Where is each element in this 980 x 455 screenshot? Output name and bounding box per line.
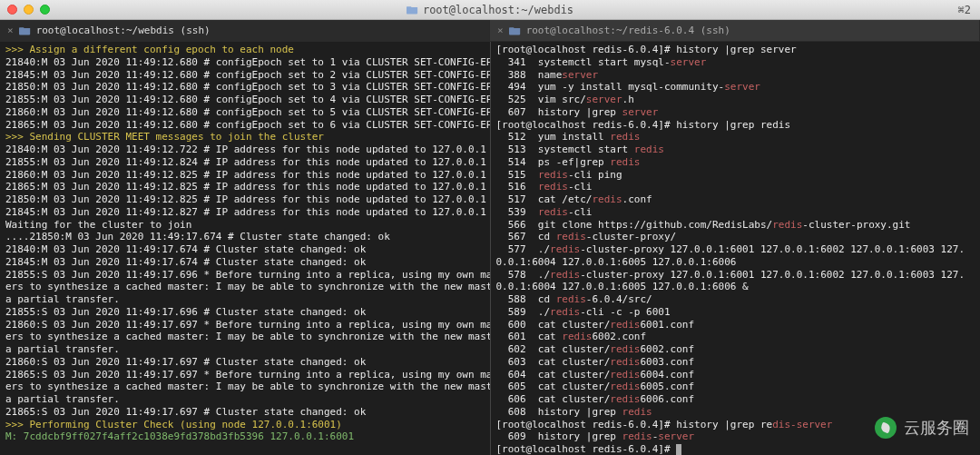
terminal-line: [root@localhost redis-6.0.4]# history |g… bbox=[496, 44, 975, 56]
minimize-window-button[interactable] bbox=[24, 5, 34, 15]
terminal-line: 589 ./redis-cli -c -p 6001 bbox=[496, 306, 975, 319]
terminal-line: 21840:M 03 Jun 2020 11:49:12.722 # IP ad… bbox=[5, 143, 485, 156]
terminal-line: 600 cat cluster/redis6001.conf bbox=[496, 319, 975, 331]
terminal-line: M: 7cddcbf9ff027f4aff2c1038e9fd378bd3fb5… bbox=[5, 430, 485, 443]
tab-webdis[interactable]: × root@localhost:~/webdis (ssh) bbox=[0, 20, 490, 41]
terminal-line: 21855:S 03 Jun 2020 11:49:17.696 # Clust… bbox=[5, 306, 485, 319]
terminal-line: 494 yum -y install mysql-community-serve… bbox=[496, 81, 975, 94]
traffic-lights bbox=[7, 5, 50, 15]
terminal-line: 517 cat /etc/redis.conf bbox=[496, 193, 975, 206]
window-title-text: root@localhost:~/webdis bbox=[423, 4, 573, 16]
wechat-icon bbox=[875, 417, 897, 439]
terminal-line: 515 redis-cli ping bbox=[496, 169, 975, 182]
terminal-line: 578 ./redis-cluster-proxy 127.0.0.1:6001… bbox=[496, 269, 975, 294]
terminal-pane-left[interactable]: >>> Assign a different config epoch to e… bbox=[0, 42, 491, 455]
terminal-line: 21855:M 03 Jun 2020 11:49:12.824 # IP ad… bbox=[5, 156, 485, 169]
terminal-line: 21865:M 03 Jun 2020 11:49:12.680 # confi… bbox=[5, 119, 485, 132]
terminal-line: 21840:M 03 Jun 2020 11:49:12.680 # confi… bbox=[5, 56, 485, 69]
watermark: 云服务圈 bbox=[875, 417, 969, 439]
tab-bar: × root@localhost:~/webdis (ssh) × root@l… bbox=[0, 20, 980, 42]
folder-icon bbox=[509, 25, 521, 35]
terminal-line: 601 cat redis6002.conf bbox=[496, 331, 975, 343]
close-icon[interactable]: × bbox=[7, 25, 14, 36]
close-window-button[interactable] bbox=[7, 5, 17, 15]
terminal-line: 21865:S 03 Jun 2020 11:49:17.697 * Befor… bbox=[5, 369, 485, 406]
terminal-line: 513 systemctl start redis bbox=[496, 143, 975, 156]
terminal-line: ....21850:M 03 Jun 2020 11:49:17.674 # C… bbox=[5, 231, 485, 243]
terminal-line: [root@localhost redis-6.0.4]# history |g… bbox=[496, 119, 975, 132]
terminal-line: 21860:M 03 Jun 2020 11:49:12.680 # confi… bbox=[5, 106, 485, 119]
terminal-line: 567 cd redis-cluster-proxy/ bbox=[496, 231, 975, 243]
terminal-line: 525 vim src/server.h bbox=[496, 94, 975, 106]
terminal-line: >>> Assign a different config epoch to e… bbox=[5, 44, 485, 56]
terminal-line: 21845:M 03 Jun 2020 11:49:12.827 # IP ad… bbox=[5, 206, 485, 219]
terminal-line: 21860:S 03 Jun 2020 11:49:17.697 # Clust… bbox=[5, 356, 485, 369]
terminal-line: 607 history |grep server bbox=[496, 106, 975, 119]
terminal-line: 588 cd redis-6.0.4/src/ bbox=[496, 293, 975, 306]
terminal-line: 566 git clone https://github.com/RedisLa… bbox=[496, 219, 975, 232]
terminal-line: 21865:S 03 Jun 2020 11:49:17.697 # Clust… bbox=[5, 406, 485, 419]
terminal-line: Waiting for the cluster to join bbox=[5, 219, 485, 232]
terminal-line: 21860:M 03 Jun 2020 11:49:12.825 # IP ad… bbox=[5, 169, 485, 182]
terminal-line: 602 cat cluster/redis6002.conf bbox=[496, 343, 975, 356]
terminal-line: >>> Sending CLUSTER MEET messages to joi… bbox=[5, 131, 485, 143]
split-panes: >>> Assign a different config epoch to e… bbox=[0, 42, 980, 455]
terminal-line: 539 redis-cli bbox=[496, 206, 975, 219]
terminal-line: 21850:M 03 Jun 2020 11:49:12.680 # confi… bbox=[5, 81, 485, 94]
terminal-line: 603 cat cluster/redis6003.conf bbox=[496, 356, 975, 369]
terminal-cursor bbox=[676, 444, 681, 455]
terminal-line: 21865:M 03 Jun 2020 11:49:12.825 # IP ad… bbox=[5, 181, 485, 193]
terminal-line: 21855:M 03 Jun 2020 11:49:12.680 # confi… bbox=[5, 94, 485, 106]
terminal-line: 516 redis-cli bbox=[496, 181, 975, 193]
close-icon[interactable]: × bbox=[497, 25, 504, 36]
folder-icon bbox=[19, 25, 31, 35]
terminal-line: 512 yum install redis bbox=[496, 131, 975, 143]
terminal-line: 606 cat cluster/redis6006.conf bbox=[496, 393, 975, 406]
terminal-line: 21845:M 03 Jun 2020 11:49:12.680 # confi… bbox=[5, 69, 485, 82]
watermark-text: 云服务圈 bbox=[904, 417, 969, 439]
terminal-line: 21850:M 03 Jun 2020 11:49:12.825 # IP ad… bbox=[5, 193, 485, 206]
terminal-line: 605 cat cluster/redis6005.conf bbox=[496, 381, 975, 393]
terminal-line: 514 ps -ef|grep redis bbox=[496, 156, 975, 169]
terminal-line: 341 systemctl start mysql-server bbox=[496, 56, 975, 69]
terminal-line: >>> Performing Cluster Check (using node… bbox=[5, 419, 485, 431]
tab-label: root@localhost:~/webdis (ssh) bbox=[36, 25, 211, 36]
terminal-pane-right[interactable]: [root@localhost redis-6.0.4]# history |g… bbox=[491, 42, 981, 455]
tab-label: root@localhost:~/redis-6.0.4 (ssh) bbox=[526, 25, 730, 36]
terminal-line: 21860:S 03 Jun 2020 11:49:17.697 * Befor… bbox=[5, 319, 485, 356]
window-titlebar: root@localhost:~/webdis ⌘2 bbox=[0, 0, 980, 20]
terminal-line: 21840:M 03 Jun 2020 11:49:17.674 # Clust… bbox=[5, 243, 485, 256]
window-shortcut-indicator: ⌘2 bbox=[958, 4, 971, 16]
terminal-line: 21855:S 03 Jun 2020 11:49:17.696 * Befor… bbox=[5, 269, 485, 306]
terminal-line: 604 cat cluster/redis6004.conf bbox=[496, 369, 975, 381]
window-title: root@localhost:~/webdis bbox=[407, 4, 573, 16]
terminal-line: [root@localhost redis-6.0.4]# bbox=[496, 443, 975, 455]
zoom-window-button[interactable] bbox=[40, 5, 50, 15]
terminal-line: 577 ./redis-cluster-proxy 127.0.0.1:6001… bbox=[496, 243, 975, 269]
folder-icon bbox=[407, 5, 418, 15]
tab-redis[interactable]: × root@localhost:~/redis-6.0.4 (ssh) bbox=[490, 20, 980, 41]
terminal-line: 388 nameserver bbox=[496, 69, 975, 82]
terminal-line: 21845:M 03 Jun 2020 11:49:17.674 # Clust… bbox=[5, 256, 485, 269]
